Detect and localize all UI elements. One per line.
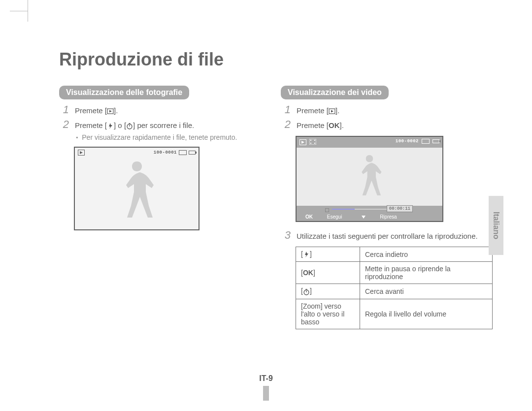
step-number: 1 (59, 103, 69, 116)
step-2: 2 Premete [] o [] per scorrere i file. (59, 118, 266, 131)
fn-item: Ripresa (362, 214, 397, 220)
step-text: Premete []. (297, 106, 339, 116)
table-row: [Zoom] verso l'alto o verso il basso Reg… (296, 299, 493, 329)
video-topbar-right: 100-0002 (396, 139, 439, 144)
step-number: 3 (281, 229, 291, 242)
svg-rect-13 (314, 140, 315, 141)
text-fragment: ]. (335, 106, 339, 115)
svg-rect-5 (129, 123, 131, 124)
step-2: 2 Premete [OK]. (281, 118, 488, 131)
svg-marker-16 (305, 252, 308, 257)
function-bar: OK Esegui Ripresa (297, 214, 442, 220)
stop-icon (325, 208, 329, 212)
tag-icon (179, 150, 187, 155)
bullet-marker: ▪ (76, 134, 78, 142)
crop-mark-h (10, 11, 28, 11)
right-column: Visualizzazione dei video 1 Premete []. … (281, 86, 488, 329)
control-key-cell: [OK] (296, 262, 360, 284)
control-action-cell: Regola il livello del volume (360, 299, 493, 329)
tag-icon (422, 139, 430, 144)
step-1: 1 Premete []. (281, 103, 488, 116)
section-header-videos: Visualizzazione dei video (281, 86, 389, 99)
svg-marker-1 (109, 110, 112, 113)
section-header-photos: Visualizzazione delle fotografie (59, 86, 189, 99)
control-key-cell: [Zoom] verso l'alto o verso il basso (296, 299, 360, 329)
fn-label: Ripresa (380, 214, 397, 220)
ok-label: OK (305, 214, 313, 220)
photo-topbar: 100-0001 (78, 150, 196, 156)
timer-icon (303, 288, 310, 296)
table-row: [OK] Mette in pausa o riprende la riprod… (296, 262, 493, 284)
svg-rect-14 (314, 143, 315, 144)
photo-preview-screen: 100-0001 (74, 147, 200, 230)
progress-fill (332, 209, 355, 210)
text-fragment: Premete [ (75, 106, 107, 115)
svg-rect-11 (310, 140, 311, 141)
svg-rect-12 (310, 143, 311, 144)
control-key-cell: [] (296, 247, 360, 262)
left-column: Visualizzazione delle fotografie 1 Preme… (59, 86, 266, 230)
step-text: Premete []. (75, 106, 118, 116)
battery-icon (432, 139, 439, 143)
sub-bullet-text: Per visualizzare rapidamente i file, ten… (82, 133, 237, 142)
person-silhouette (75, 158, 199, 229)
text-fragment: Premete [ (75, 121, 107, 129)
svg-marker-8 (331, 110, 333, 113)
steps-left: 1 Premete []. 2 Premete [] o [] per scor… (59, 103, 266, 230)
topbar-right: 100-0001 (154, 150, 196, 155)
page-number: IT-9 (0, 374, 532, 383)
video-preview-screen: 100-0002 00:00:11 OK Esegui Ripresa (296, 136, 443, 222)
step-text: Premete [] o [] per scorrere i file. (75, 121, 194, 131)
svg-rect-19 (305, 289, 307, 289)
text-fragment: ]. (114, 106, 118, 115)
movie-icon (309, 139, 316, 146)
text-fragment: ] o [ (114, 121, 126, 129)
text-fragment: ]. (340, 121, 344, 129)
svg-marker-9 (301, 141, 304, 144)
svg-marker-2 (109, 123, 112, 129)
step-number: 2 (59, 118, 69, 131)
control-action-cell: Mette in pausa o riprende la riproduzion… (360, 262, 493, 284)
svg-marker-15 (362, 216, 366, 219)
svg-marker-6 (80, 151, 83, 154)
language-tab: Italiano (489, 196, 503, 255)
step-3: 3 Utilizzate i tasti seguenti per contro… (281, 229, 488, 242)
crop-mark-v (28, 0, 28, 22)
table-row: [] Cerca indietro (296, 247, 493, 262)
topbar-left (78, 150, 85, 156)
file-index-label: 100-0002 (396, 139, 419, 144)
ok-label: OK (329, 121, 340, 129)
playback-mode-icon (78, 150, 85, 156)
down-triangle-icon (362, 215, 366, 219)
flash-icon (107, 121, 114, 131)
controls-table: [] Cerca indietro [OK] Mette in pausa o … (296, 247, 493, 329)
page-number-bar (263, 386, 269, 401)
timer-icon (126, 121, 133, 131)
battery-icon (189, 151, 196, 155)
sub-bullet: ▪ Per visualizzare rapidamente i file, t… (76, 133, 266, 142)
text-fragment: Premete [ (297, 106, 329, 115)
text-fragment: Premete [ (297, 121, 329, 129)
elapsed-time-label: 00:00:11 (387, 205, 413, 212)
control-key-cell: [] (296, 284, 360, 299)
flash-icon (303, 251, 310, 258)
language-label: Italiano (492, 212, 500, 239)
control-action-cell: Cerca avanti (360, 284, 493, 299)
steps-right: 1 Premete []. 2 Premete [OK]. 100-0002 (281, 103, 488, 329)
file-index-label: 100-0001 (154, 150, 177, 155)
playback-icon (107, 106, 114, 116)
svg-rect-10 (309, 139, 316, 145)
step-text: Utilizzate i tasti seguenti per controll… (297, 231, 478, 241)
playback-mode-icon (299, 139, 306, 145)
fn-label: Esegui (327, 214, 342, 220)
playback-icon (329, 106, 335, 116)
text-fragment: ] per scorrere i file. (133, 121, 194, 129)
video-topbar-left (299, 139, 316, 146)
step-number: 1 (281, 103, 291, 116)
control-action-cell: Cerca indietro (360, 247, 493, 262)
step-1: 1 Premete []. (59, 103, 266, 116)
step-text: Premete [OK]. (297, 121, 344, 130)
fn-item: OK Esegui (305, 214, 342, 220)
person-silhouette (297, 151, 442, 200)
table-row: [] Cerca avanti (296, 284, 493, 299)
